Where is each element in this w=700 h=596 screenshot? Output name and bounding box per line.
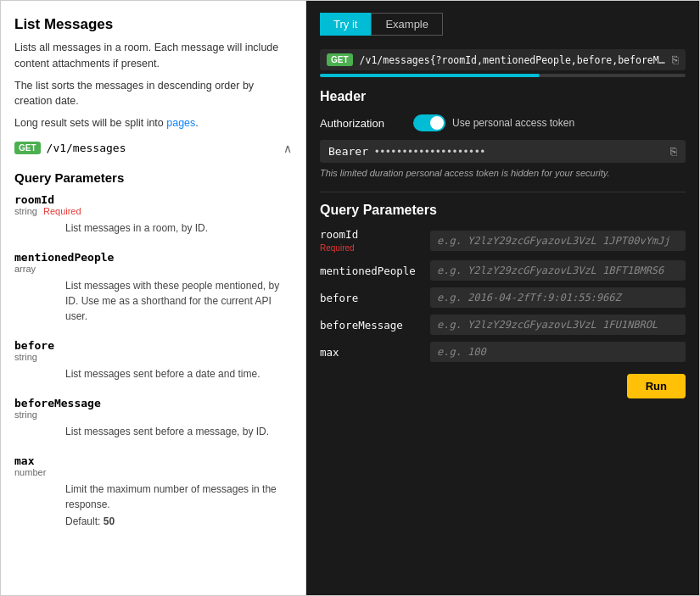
page-title: List Messages [14, 16, 292, 33]
param-desc-beforemessage: List messages sent before a message, by … [14, 424, 292, 439]
qp-label-max: max [320, 346, 430, 359]
description-1: Lists all messages in a room. Each messa… [14, 40, 292, 72]
url-bar: GET /v1/messages{?roomId,mentionedPeople… [320, 49, 686, 70]
copy-icon[interactable]: ⎘ [672, 53, 679, 66]
auth-toggle[interactable] [413, 114, 445, 131]
param-mentionedpeople: mentionedPeople array List messages with… [14, 251, 292, 324]
run-button[interactable]: Run [627, 374, 686, 398]
divider [320, 192, 686, 192]
header-section-title: Header [320, 89, 686, 104]
qp-row-max: max [320, 342, 686, 362]
url-get-badge: GET [327, 53, 353, 66]
get-badge: GET [14, 142, 41, 154]
query-params-title: Query Parameters [14, 170, 292, 185]
endpoint-path: /v1/messages [47, 142, 126, 154]
left-panel: List Messages Lists all messages in a ro… [1, 1, 306, 595]
qp-row-roomid: roomId Required [320, 228, 686, 253]
param-default-max: Default: 50 [14, 514, 292, 529]
qp-label-before: before [320, 292, 430, 304]
bearer-dots: •••••••••••••••••••• [375, 145, 667, 158]
param-beforemessage: beforeMessage string List messages sent … [14, 397, 292, 439]
query-params-section: roomId Required mentionedPeople before b… [320, 228, 686, 362]
pages-link[interactable]: pages [166, 117, 195, 129]
description-3: Long result sets will be split into page… [14, 115, 292, 131]
auth-toggle-label: Use personal access token [452, 117, 574, 129]
qp-label-mentionedpeople: mentionedPeople [320, 265, 430, 277]
qp-input-mentionedpeople[interactable] [430, 260, 686, 281]
param-name-before: before [14, 339, 292, 352]
param-desc-roomid: List messages in a room, by ID. [14, 220, 292, 236]
qp-input-beforemessage[interactable] [430, 315, 686, 335]
qp-required-roomid: Required [320, 243, 355, 253]
collapse-icon[interactable]: ∧ [283, 142, 292, 155]
qp-input-roomid[interactable] [430, 231, 686, 251]
param-max: max number Limit the maximum number of m… [14, 454, 292, 529]
param-type-roomid: string [14, 206, 37, 216]
security-note: This limited duration personal access to… [320, 168, 686, 178]
right-panel: Try it Example GET /v1/messages{?roomId,… [306, 1, 699, 595]
param-required-roomid: Required [43, 206, 81, 216]
tab-try-it[interactable]: Try it [320, 13, 371, 36]
endpoint-bar: GET /v1/messages ∧ [14, 142, 292, 155]
tab-example[interactable]: Example [371, 13, 443, 36]
bearer-row: Bearer •••••••••••••••••••• ⎘ [320, 140, 686, 163]
param-desc-before: List messages sent before a date and tim… [14, 366, 292, 382]
bearer-label: Bearer [328, 145, 368, 158]
progress-bar-fill [320, 74, 540, 77]
qp-input-before[interactable] [430, 287, 686, 308]
qp-input-max[interactable] [430, 342, 686, 362]
param-name-beforemessage: beforeMessage [14, 397, 292, 409]
param-desc-max: Limit the maximum number of messages in … [14, 482, 292, 512]
param-desc-mentionedpeople: List messages with these people mentione… [14, 278, 292, 324]
qp-label-roomid: roomId [320, 228, 430, 241]
param-name-max: max [14, 454, 292, 467]
param-name-roomid: roomId [14, 193, 292, 206]
qp-row-beforemessage: beforeMessage [320, 315, 686, 335]
progress-bar [320, 74, 686, 77]
qp-row-mentionedpeople: mentionedPeople [320, 260, 686, 281]
auth-label: Authorization [320, 117, 413, 130]
qp-section-title: Query Parameters [320, 203, 686, 218]
param-roomid: roomId string Required List messages in … [14, 193, 292, 236]
run-btn-wrap: Run [320, 374, 686, 398]
description-2: The list sorts the messages in descendin… [14, 78, 292, 110]
qp-label-beforemessage: beforeMessage [320, 319, 430, 331]
param-name-mentionedpeople: mentionedPeople [14, 251, 292, 264]
url-text: /v1/messages{?roomId,mentionedPeople,bef… [360, 54, 669, 66]
param-before: before string List messages sent before … [14, 339, 292, 382]
tab-bar: Try it Example [320, 13, 686, 36]
qp-row-before: before [320, 287, 686, 308]
authorization-row: Authorization Use personal access token [320, 114, 686, 131]
bearer-copy-icon[interactable]: ⎘ [670, 145, 677, 158]
